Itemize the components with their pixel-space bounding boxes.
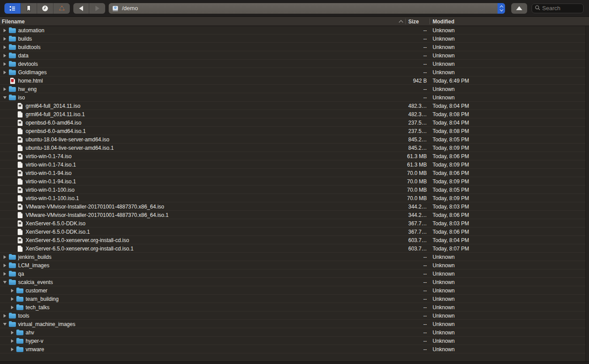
column-header-modified[interactable]: Modified [429, 17, 589, 26]
table-row[interactable]: iso -- Unknown [0, 93, 585, 102]
table-row[interactable]: vmware -- Unknown [0, 345, 585, 353]
forward-button[interactable] [89, 3, 105, 14]
path-stepper[interactable] [498, 3, 505, 14]
filename-label: virtio-win-0.1-94.iso [26, 170, 72, 176]
table-row[interactable]: grml64-full_2014.11.iso.1 482.3… Today, … [0, 110, 585, 118]
disclosure-triangle[interactable] [3, 272, 9, 276]
table-row[interactable]: openbsd-6.0-amd64.iso 237.5… Today, 8:04… [0, 118, 585, 127]
table-row[interactable]: jenkins_builds -- Unknown [0, 253, 585, 261]
disclosure-triangle[interactable] [10, 306, 16, 309]
table-row[interactable]: ahv -- Unknown [0, 328, 585, 337]
iso-file-icon [18, 204, 23, 210]
table-row[interactable]: VMware-VMvisor-Installer-201701001-48873… [0, 202, 585, 211]
table-row[interactable]: qa -- Unknown [0, 269, 585, 278]
table-row[interactable]: automation -- Unknown [0, 26, 585, 34]
disclosure-triangle[interactable] [3, 37, 9, 41]
disclosure-triangle[interactable] [3, 264, 9, 267]
table-row[interactable]: ubuntu-18.04-live-server-amd64.iso 845.2… [0, 135, 585, 144]
disclosure-triangle[interactable] [3, 314, 9, 318]
filename-cell: virtio-win-0.1-100.iso [0, 186, 405, 194]
filename-label: grml64-full_2014.11.iso.1 [26, 111, 85, 118]
table-row[interactable]: virtio-win-0.1-100.iso 70.0 MB Today, 8:… [0, 186, 585, 194]
disclosure-triangle[interactable] [3, 281, 9, 284]
table-row[interactable]: customer -- Unknown [0, 286, 585, 295]
table-row[interactable]: XenServer-6.5.0-DDK.iso 367.7… Today, 8:… [0, 219, 585, 228]
filename-cell: virtio-win-0.1-74.iso [0, 152, 405, 160]
modified-cell: Today, 8:09 PM [429, 195, 585, 201]
table-row[interactable]: virtio-win-0.1-74.iso 61.3 MB Today, 8:0… [0, 152, 585, 160]
table-row[interactable]: data -- Unknown [0, 51, 585, 60]
modified-cell: Today, 6:49 PM [429, 78, 585, 84]
window-bottom-edge [0, 361, 589, 364]
table-row[interactable]: scalcia_events -- Unknown [0, 278, 585, 286]
column-header-size[interactable]: Size [405, 17, 429, 26]
modified-cell: Today, 8:03 PM [429, 220, 585, 227]
disclosure-triangle[interactable] [3, 62, 9, 66]
table-row[interactable]: virtual_machine_images -- Unknown [0, 320, 585, 328]
go-up-button[interactable] [511, 3, 527, 14]
current-path: /demo [122, 5, 138, 11]
disclosure-triangle[interactable] [3, 96, 9, 99]
filename-cell: virtual_machine_images [0, 320, 405, 328]
disclosure-triangle[interactable] [10, 339, 16, 343]
table-row[interactable]: devtools -- Unknown [0, 60, 585, 68]
path-dropdown[interactable]: /demo [109, 3, 505, 14]
table-row[interactable]: tools -- Unknown [0, 311, 585, 320]
size-cell: -- [405, 262, 429, 269]
scrollbar-gutter[interactable] [585, 26, 589, 361]
disclosure-triangle[interactable] [3, 255, 9, 259]
table-row[interactable]: grml64-full_2014.11.iso 482.3… Today, 8:… [0, 102, 585, 110]
filename-label: XenServer-6.5.0-DDK.iso.1 [26, 229, 90, 235]
modified-cell: Today, 8:08 PM [429, 111, 585, 118]
view-mode-segmented-control [4, 3, 70, 14]
history-view-button[interactable] [37, 3, 53, 14]
table-row[interactable]: virtio-win-0.1-94.iso.1 70.0 MB Today, 8… [0, 177, 585, 186]
disclosure-triangle[interactable] [10, 297, 16, 301]
table-row[interactable]: openbsd-6.0-amd64.iso.1 237.5… Today, 8:… [0, 127, 585, 135]
disclosure-triangle[interactable] [10, 348, 16, 351]
disclosure-triangle[interactable] [3, 54, 9, 57]
table-row[interactable]: GoldImages -- Unknown [0, 68, 585, 76]
disclosure-triangle[interactable] [3, 323, 9, 326]
modified-cell: Unknown [429, 288, 585, 294]
filename-cell: data [0, 51, 405, 60]
table-row[interactable]: home.html 942 B Today, 6:49 PM [0, 76, 585, 85]
table-row[interactable]: buildtools -- Unknown [0, 43, 585, 51]
table-row[interactable]: tech_talks -- Unknown [0, 303, 585, 311]
table-row[interactable]: LCM_images -- Unknown [0, 261, 585, 269]
table-row[interactable]: VMware-VMvisor-Installer-201701001-48873… [0, 211, 585, 219]
table-row[interactable]: virtio-win-0.1-100.iso.1 70.0 MB Today, … [0, 194, 585, 202]
filename-label: vmware [26, 346, 44, 353]
modified-cell: Unknown [429, 44, 585, 50]
disclosure-triangle[interactable] [3, 46, 9, 49]
disclosure-triangle[interactable] [3, 87, 9, 91]
back-button[interactable] [73, 3, 89, 14]
table-row[interactable]: XenServer-6.5.0-DDK.iso.1 367.7… Today, … [0, 228, 585, 236]
column-header-filename[interactable]: Filename [0, 17, 405, 26]
network-view-button[interactable] [53, 3, 70, 14]
disclosure-triangle[interactable] [3, 71, 9, 74]
table-row[interactable]: hyper-v -- Unknown [0, 337, 585, 345]
disclosure-triangle[interactable] [10, 331, 16, 334]
filename-cell: XenServer-6.5.0-xenserver.org-install-cd… [0, 244, 405, 253]
bookmarks-view-button[interactable] [21, 3, 37, 14]
disclosure-triangle[interactable] [10, 289, 16, 292]
table-row[interactable]: XenServer-6.5.0-xenserver.org-install-cd… [0, 244, 585, 253]
modified-cell: Unknown [429, 313, 585, 319]
size-cell: 61.3 MB [405, 153, 429, 159]
table-row[interactable]: builds -- Unknown [0, 34, 585, 43]
table-row[interactable]: virtio-win-0.1-74.iso.1 61.3 MB Today, 8… [0, 160, 585, 169]
outline-view-button[interactable] [4, 3, 21, 14]
search-field[interactable] [532, 4, 584, 13]
table-row[interactable]: ubuntu-18.04-live-server-amd64.iso.1 845… [0, 144, 585, 152]
table-row[interactable]: hw_eng -- Unknown [0, 85, 585, 93]
filename-cell: vmware [0, 345, 405, 353]
search-input[interactable] [542, 5, 578, 11]
table-row[interactable]: virtio-win-0.1-94.iso 70.0 MB Today, 8:0… [0, 169, 585, 177]
folder-icon [9, 263, 16, 268]
table-row[interactable]: team_building -- Unknown [0, 295, 585, 303]
table-row[interactable]: XenServer-6.5.0-xenserver.org-install-cd… [0, 236, 585, 244]
filename-header-label: Filename [2, 19, 25, 25]
filename-label: VMware-VMvisor-Installer-201701001-48873… [26, 212, 169, 218]
disclosure-triangle[interactable] [3, 29, 9, 32]
